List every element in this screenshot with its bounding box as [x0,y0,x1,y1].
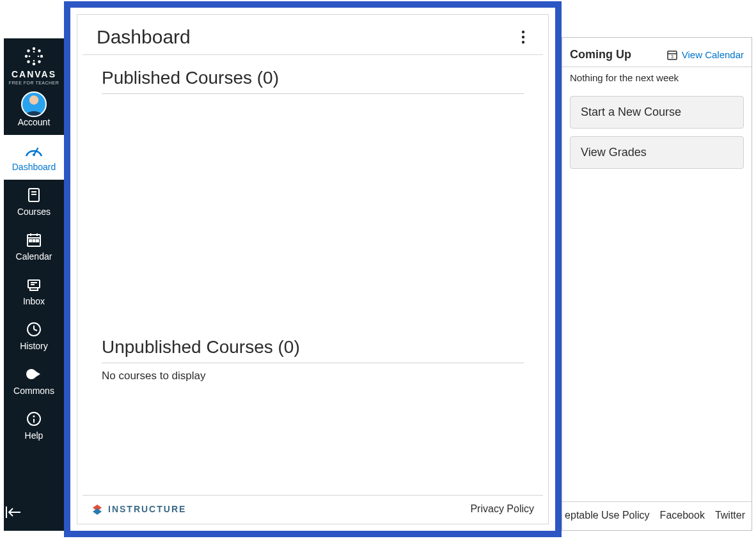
svg-point-32 [26,369,36,379]
coming-up-header: Coming Up 3 View Calendar [562,38,752,67]
collapse-nav-button[interactable] [4,496,64,531]
svg-point-9 [33,60,35,62]
nav-calendar[interactable]: Calendar [4,224,64,269]
nav-label: Dashboard [4,162,64,172]
unpublished-courses-heading: Unpublished Courses (0) [102,337,524,363]
published-courses-empty-area [102,100,524,337]
dashboard-header: Dashboard [83,15,543,55]
nav-commons[interactable]: Commons [4,359,64,404]
canvas-logo-subtext: FREE FOR TEACHER [9,81,59,85]
acceptable-use-link[interactable]: eptable Use Policy [565,510,650,521]
inbox-icon [4,276,64,294]
svg-point-10 [29,56,31,58]
nav-help[interactable]: Help [4,404,64,448]
right-footer-links: eptable Use Policy Facebook Twitter [562,501,752,530]
calendar-small-icon: 3 [666,49,678,61]
svg-point-1 [33,63,35,65]
twitter-link[interactable]: Twitter [715,510,745,521]
collapse-icon [4,505,22,519]
nav-label: Inbox [4,296,64,306]
nav-account[interactable]: Account [4,90,64,135]
svg-line-31 [34,329,37,331]
nav-label: Courses [4,207,64,217]
facebook-link[interactable]: Facebook [660,510,705,521]
svg-point-38 [522,31,524,33]
published-courses-heading: Published Courses (0) [102,68,524,94]
svg-text:3: 3 [671,54,673,59]
global-nav: CANVAS FREE FOR TEACHER Account Dashboar… [4,38,64,531]
view-grades-button[interactable]: View Grades [570,136,744,169]
svg-point-0 [33,47,35,50]
coming-up-heading: Coming Up [570,48,631,61]
svg-point-6 [27,60,29,63]
svg-point-11 [38,56,40,58]
canvas-logo-text: CANVAS [9,69,59,79]
svg-point-14 [33,153,35,156]
svg-point-4 [27,49,29,52]
view-calendar-text: View Calendar [682,49,744,60]
view-calendar-link[interactable]: 3 View Calendar [666,49,744,61]
instructure-text: INSTRUCTURE [108,504,186,514]
nav-label: History [4,341,64,351]
dashboard-options-button[interactable] [517,26,529,48]
dashboard-footer: INSTRUCTURE Privacy Policy [83,495,543,524]
clock-icon [4,320,64,338]
avatar-icon [4,97,64,114]
svg-rect-22 [29,240,31,242]
svg-point-8 [33,51,35,53]
no-courses-message: No courses to display [102,370,524,382]
page-title: Dashboard [97,26,191,48]
svg-point-7 [38,60,40,63]
nav-label: Account [4,117,64,127]
book-icon [4,186,64,204]
nav-dashboard[interactable]: Dashboard [4,135,64,180]
svg-point-34 [33,416,35,418]
svg-rect-23 [33,240,35,242]
nothing-upcoming-text: Nothing for the next week [562,67,752,92]
svg-point-3 [40,55,43,58]
commons-icon [4,365,64,383]
dashboard-body: Published Courses (0) Unpublished Course… [77,55,548,495]
nav-label: Calendar [4,251,64,262]
svg-point-39 [522,36,524,38]
dashboard-panel: Dashboard Published Courses (0) Unpublis… [77,14,549,524]
svg-point-5 [38,49,40,52]
start-new-course-button[interactable]: Start a New Course [570,96,744,129]
nav-label: Help [4,430,64,441]
nav-history[interactable]: History [4,314,64,359]
nav-inbox[interactable]: Inbox [4,269,64,314]
avatar [21,91,47,117]
canvas-logo[interactable]: CANVAS FREE FOR TEACHER [6,38,62,90]
nav-courses[interactable]: Courses [4,180,64,224]
instructure-logo[interactable]: INSTRUCTURE [91,503,186,515]
canvas-logo-icon [24,46,44,67]
dashboard-highlight-frame: Dashboard Published Courses (0) Unpublis… [64,1,562,537]
nav-label: Commons [4,386,64,396]
svg-point-40 [522,41,524,43]
privacy-policy-link[interactable]: Privacy Policy [470,503,534,515]
svg-rect-24 [36,240,38,242]
svg-rect-26 [30,288,38,290]
dashboard-icon [4,141,64,159]
instructure-icon [91,503,103,515]
kebab-icon [521,30,525,44]
calendar-icon [4,231,64,249]
svg-point-12 [29,95,38,104]
help-icon [4,410,64,428]
right-sidebar: Coming Up 3 View Calendar Nothing for th… [562,37,752,531]
svg-point-2 [25,55,28,58]
